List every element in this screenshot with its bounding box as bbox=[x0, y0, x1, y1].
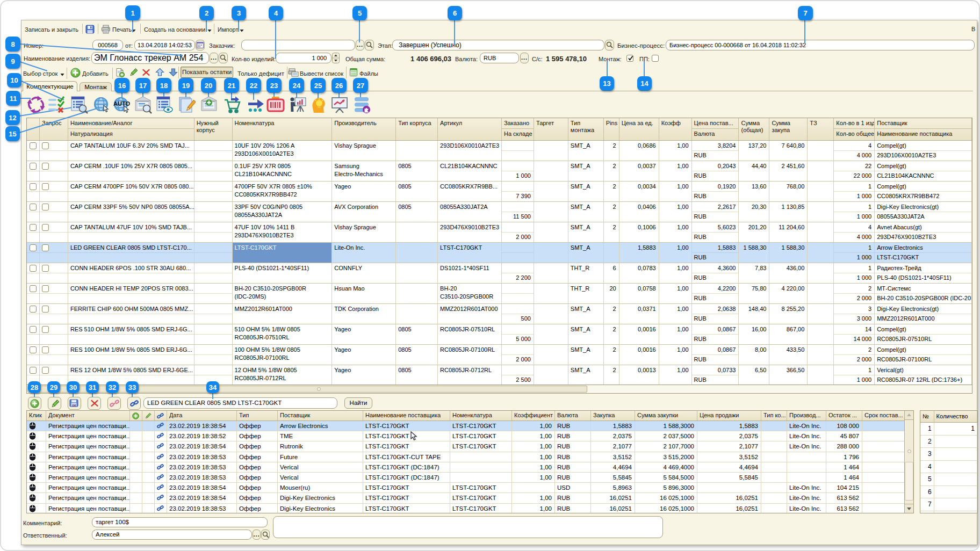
svg-text:AUTO: AUTO bbox=[113, 100, 130, 107]
